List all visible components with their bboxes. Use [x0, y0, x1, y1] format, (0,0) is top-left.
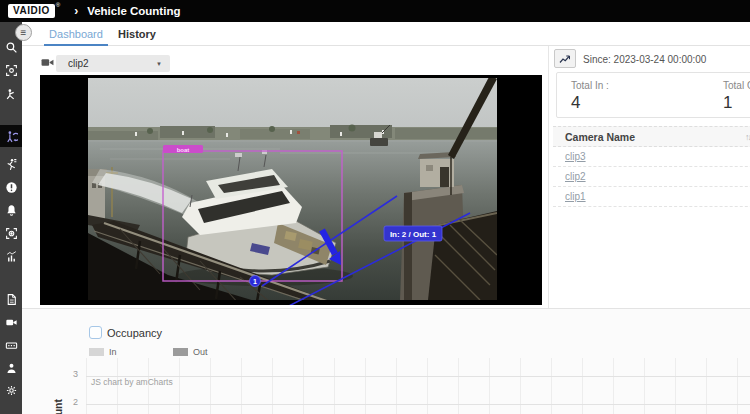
video-scene: boat In: 2 / Out: 1 1: [40, 75, 542, 305]
total-out-label: Total Out: [723, 80, 750, 91]
sidebar-item-notifications[interactable]: [0, 199, 22, 221]
notification-bell-icon: [5, 204, 18, 217]
statistics-icon: [5, 250, 18, 263]
line-count-badge: 1: [253, 278, 257, 285]
report-icon: [5, 293, 18, 306]
breadcrumb-arrow-icon: ›: [74, 4, 78, 18]
sidebar-item-license-plates[interactable]: [0, 334, 22, 356]
inout-count-label: In: 2 / Out: 1: [390, 230, 437, 239]
sidebar-item-object-scan[interactable]: [0, 222, 22, 244]
page-title: Vehicle Counting: [87, 5, 180, 17]
legend-label-in: In: [109, 347, 117, 357]
legend-swatch-in: [89, 348, 104, 356]
y-tick-3: 3: [62, 369, 78, 379]
registered-mark: ®: [56, 2, 60, 8]
tab-bar: Dashboard History: [22, 22, 750, 46]
amcharts-watermark: JS chart by amCharts: [91, 377, 173, 387]
gridline: [86, 404, 750, 405]
intrusion-detection-icon: [5, 158, 18, 171]
occupancy-label: Occupancy: [107, 327, 162, 339]
occupancy-checkbox[interactable]: [89, 326, 102, 339]
panel-divider: [548, 46, 549, 308]
tab-dashboard[interactable]: Dashboard: [44, 22, 108, 46]
camera-table: Camera Name ↑↓ clip3 clip2 clip1: [553, 126, 750, 207]
person-icon: [5, 362, 18, 375]
since-timestamp: Since: 2023-03-24 00:00:00: [583, 54, 706, 65]
sort-icon[interactable]: ↑↓: [745, 127, 750, 148]
camera-select-dropdown[interactable]: clip2 ▼: [56, 55, 170, 72]
occupancy-chart-plot: [86, 358, 750, 414]
camera-name-column-header: Camera Name: [565, 131, 635, 143]
chevron-down-icon: ▼: [156, 61, 162, 67]
camera-link-clip1[interactable]: clip1: [565, 191, 586, 202]
legend-item-out[interactable]: Out: [173, 347, 208, 357]
legend-item-in[interactable]: In: [89, 347, 117, 357]
tab-history[interactable]: History: [114, 22, 160, 46]
video-camera-icon: [5, 316, 18, 329]
sidebar-item-statistics[interactable]: [0, 245, 22, 267]
total-out-value: 1: [723, 93, 750, 113]
face-detection-icon: [5, 64, 18, 77]
total-in-value: 4: [571, 93, 609, 113]
table-row: clip2: [553, 167, 750, 187]
license-plate-icon: [5, 339, 18, 352]
camera-select-value: clip2: [68, 58, 89, 69]
search-icon: [5, 41, 18, 54]
table-row: clip1: [553, 187, 750, 207]
total-in-label: Total In :: [571, 80, 609, 91]
y-axis-title: Count: [52, 399, 64, 414]
legend-label-out: Out: [193, 347, 208, 357]
detection-label: boat: [177, 147, 190, 153]
gridline: [86, 376, 750, 377]
object-scan-icon: [5, 227, 18, 240]
camera-table-header: Camera Name ↑↓: [553, 126, 750, 147]
sidebar-nav: [0, 22, 22, 414]
video-feed: boat In: 2 / Out: 1 1: [40, 75, 542, 305]
vehicle-counting-icon: [5, 130, 18, 143]
app-header: VAIDIO ® › Vehicle Counting: [0, 0, 750, 22]
camera-link-clip3[interactable]: clip3: [565, 151, 586, 162]
sidebar-item-reports[interactable]: [0, 288, 22, 310]
totals-card: Total In : 4 Total Out 1: [556, 72, 750, 118]
vaidio-logo: VAIDIO: [8, 4, 55, 18]
sidebar-item-cameras[interactable]: [0, 311, 22, 333]
sidebar-item-settings[interactable]: [0, 379, 22, 401]
table-row: clip3: [553, 147, 750, 167]
sidebar-item-intrusion-detection[interactable]: [0, 153, 22, 175]
sidebar-item-people[interactable]: [0, 357, 22, 379]
alert-icon: [5, 181, 18, 194]
legend-swatch-out: [173, 348, 188, 356]
sidebar-item-vehicle-counting[interactable]: [0, 125, 22, 147]
chart-toggle-button[interactable]: [554, 49, 576, 68]
menu-icon: ≡: [21, 28, 27, 38]
camera-select-icon: [41, 57, 54, 68]
sidebar-item-face-detection[interactable]: [0, 59, 22, 81]
sidebar-item-pose-detection[interactable]: [0, 83, 22, 105]
settings-gear-icon: [5, 384, 18, 397]
pose-detection-icon: [5, 88, 18, 101]
sidebar-item-alerts[interactable]: [0, 176, 22, 198]
camera-link-clip2[interactable]: clip2: [565, 171, 586, 182]
trend-chart-icon: [559, 53, 571, 64]
y-tick-2: 2: [62, 397, 78, 407]
menu-toggle-button[interactable]: ≡: [15, 24, 32, 41]
